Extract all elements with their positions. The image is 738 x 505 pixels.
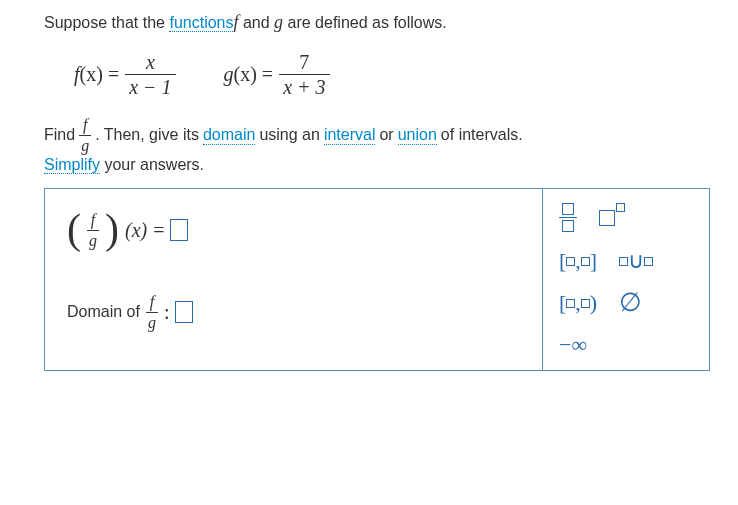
union-symbol: ∪ [628, 250, 644, 272]
intro-prefix: Suppose that the [44, 14, 169, 31]
quotient-line: ( f g ) (x) = [67, 211, 524, 249]
find-suffix: of intervals. [441, 126, 523, 144]
find-fraction: f g [79, 116, 91, 154]
intro-mid1: and [239, 14, 275, 31]
q-eq: = [153, 219, 164, 242]
domain-line: Domain of f g : [67, 293, 524, 331]
intro-suffix: are defined as follows. [283, 14, 447, 31]
palette: [,] ∪ [,) ∅ −∞ [543, 189, 709, 370]
find-mid2: using an [259, 126, 320, 144]
g-arg: (x) = [234, 63, 274, 85]
interval-link[interactable]: interval [324, 126, 376, 145]
g-equation: g(x) = 7 x + 3 [224, 51, 330, 98]
find-den: g [79, 137, 91, 155]
left-paren: ( [67, 213, 81, 247]
domain-colon: : [164, 301, 170, 324]
right-paren: ) [105, 213, 119, 247]
d-den: g [146, 314, 158, 332]
d-num: f [148, 293, 156, 311]
union-button[interactable]: ∪ [619, 250, 653, 272]
simplify-suffix: your answers. [100, 156, 204, 173]
f-arg: (x) = [80, 63, 120, 85]
find-mid3: or [379, 126, 393, 144]
f-den: x − 1 [125, 76, 175, 98]
answer-left: ( f g ) (x) = Domain of f g : [45, 189, 543, 370]
simplify-link[interactable]: Simplify [44, 156, 100, 174]
closed-interval-button[interactable]: [,] [559, 250, 597, 272]
f-fraction: x x − 1 [125, 51, 175, 98]
equations-row: f(x) = x x − 1 g(x) = 7 x + 3 [74, 51, 710, 98]
intro-text: Suppose that the functionsf and g are de… [44, 12, 710, 33]
fraction-button[interactable] [559, 203, 577, 232]
g-fraction: 7 x + 3 [279, 51, 329, 98]
neg-infinity-button[interactable]: −∞ [559, 334, 587, 356]
domain-input[interactable] [175, 301, 193, 323]
g-den: x + 3 [279, 76, 329, 98]
find-row: Find f g . Then, give its domain using a… [44, 116, 710, 154]
quotient-input[interactable] [170, 219, 188, 241]
q-arg: (x) [125, 219, 147, 242]
find-num: f [81, 116, 89, 134]
f-equation: f(x) = x x − 1 [74, 51, 176, 98]
functions-link[interactable]: functions [169, 14, 233, 32]
q-den: g [87, 232, 99, 250]
find-mid1: . Then, give its [95, 126, 199, 144]
quotient-fraction: f g [87, 211, 99, 249]
answer-panel: ( f g ) (x) = Domain of f g : [44, 188, 710, 371]
g-name: g [224, 63, 234, 85]
exponent-button[interactable] [599, 210, 624, 226]
domain-link[interactable]: domain [203, 126, 255, 145]
q-num: f [89, 211, 97, 229]
g-num: 7 [295, 51, 313, 73]
domain-prefix: Domain of [67, 303, 140, 321]
halfopen-interval-button[interactable]: [,) [559, 292, 597, 314]
f-num: x [142, 51, 159, 73]
domain-fraction: f g [146, 293, 158, 331]
find-prefix: Find [44, 126, 75, 144]
simplify-row: Simplify your answers. [44, 156, 710, 174]
emptyset-button[interactable]: ∅ [619, 290, 642, 316]
union-link[interactable]: union [398, 126, 437, 145]
intro-g: g [274, 12, 283, 32]
